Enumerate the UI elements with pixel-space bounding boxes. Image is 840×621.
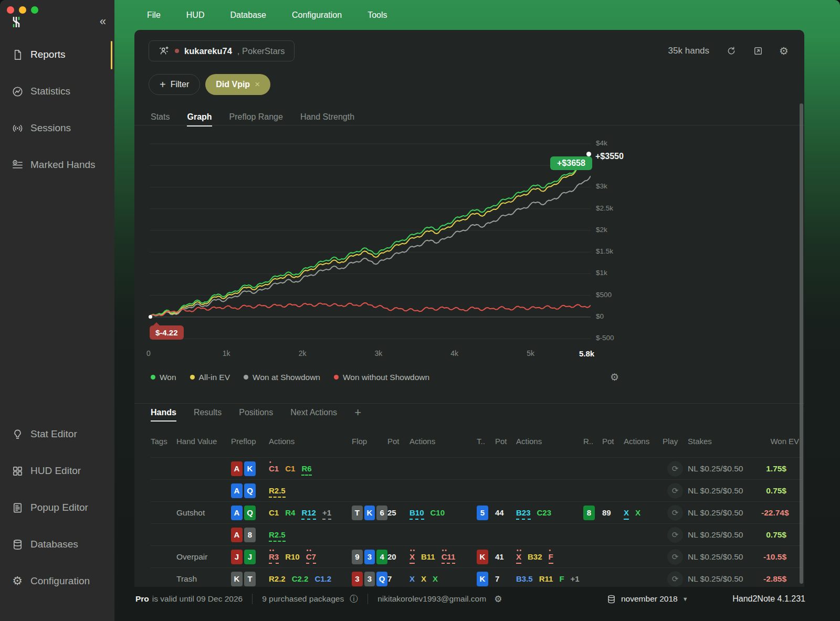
column-header-actions[interactable]: Actions <box>516 437 583 446</box>
tab-preflop-range[interactable]: Preflop Range <box>229 109 283 125</box>
card-Ad: A <box>231 506 243 520</box>
table-row[interactable]: AK•C1C1R6⟳NL $0.25/$0.501.75$ <box>151 457 802 479</box>
sidebar-item-popup-editor[interactable]: Popup Editor <box>0 489 114 526</box>
content-panel: kukareku74 , PokerStars 35k hands ⚙ <box>134 30 804 587</box>
account-gear-icon[interactable]: ⚙ <box>494 594 502 605</box>
zoom-window-button[interactable] <box>31 6 38 14</box>
action-r11: R11 <box>539 574 553 583</box>
column-header-actions[interactable]: Actions <box>624 437 663 446</box>
add-filter-label: Filter <box>171 80 190 89</box>
minimize-window-button[interactable] <box>19 6 26 14</box>
table-row[interactable]: GutshotAQC1R4R12+1TK625B10C10544B23C2388… <box>151 501 802 523</box>
card-6s: 6 <box>376 506 387 520</box>
table-rows: AK•C1C1R6⟳NL $0.25/$0.501.75$AQR2.5⟳NL $… <box>151 457 802 587</box>
tab-stats[interactable]: Stats <box>151 109 170 125</box>
cell-turn-pot: 7 <box>495 574 516 583</box>
column-header-pot[interactable]: Pot <box>602 437 624 446</box>
cell-stakes: NL $0.25/$0.50 <box>688 508 761 518</box>
sidebar-item-marked-hands[interactable]: Marked Hands <box>0 146 114 183</box>
sidebar-item-hud-editor[interactable]: HUD Editor <box>0 452 114 489</box>
replay-hand-button[interactable]: ⟳ <box>667 483 683 499</box>
filter-chip-did-vpip[interactable]: Did Vpip × <box>205 74 270 95</box>
chart-plot[interactable] <box>150 134 591 344</box>
legend-dot <box>334 375 339 380</box>
action-marker-dots: • <box>549 548 552 553</box>
column-header-pot[interactable]: Pot <box>387 437 410 446</box>
cell-play: ⟳ <box>663 549 688 565</box>
sidebar-item-reports[interactable]: Reports <box>0 36 114 73</box>
sidebar-item-configuration[interactable]: ⚙Configuration <box>0 563 114 599</box>
tab-graph[interactable]: Graph <box>187 109 212 125</box>
sidebar-item-sessions[interactable]: Sessions <box>0 110 114 146</box>
column-header-stakes[interactable]: Stakes <box>688 437 761 446</box>
legend-item-all-in-ev[interactable]: All-in EV <box>190 373 230 382</box>
refresh-icon[interactable] <box>726 45 737 57</box>
table-tab-positions[interactable]: Positions <box>239 404 273 422</box>
vertical-scrollbar[interactable] <box>800 103 803 584</box>
add-tab-icon[interactable]: + <box>354 406 361 419</box>
license-status: Pro is valid until 09 Dec 2026 <box>135 594 243 604</box>
player-selector[interactable]: kukareku74 , PokerStars <box>149 40 295 61</box>
close-window-button[interactable] <box>7 6 14 14</box>
card-Ts: T <box>244 572 256 586</box>
legend-item-won-without-showdown[interactable]: Won without Showdown <box>334 373 429 382</box>
column-header-r[interactable]: R.. <box>583 437 602 446</box>
database-period-selector[interactable]: november 2018 ▼ <box>606 594 688 604</box>
column-header-flop[interactable]: Flop <box>352 437 387 446</box>
table-tab-hands[interactable]: Hands <box>151 404 176 422</box>
database-icon <box>606 594 616 604</box>
y-axis-tick: $4k <box>596 139 607 147</box>
menu-item-configuration[interactable]: Configuration <box>292 10 342 20</box>
sidebar-bottom-items: Stat EditorHUD EditorPopup EditorDatabas… <box>0 416 114 599</box>
window-controls <box>7 6 38 14</box>
y-axis-labels: $4k$3k$2.5k$2k$1.5k$1k$500$0$-500 <box>596 134 638 344</box>
winnings-chart[interactable]: $4k$3k$2.5k$2k$1.5k$1k$500$0$-500 01k2k3… <box>150 134 680 365</box>
sidebar-item-databases[interactable]: Databases <box>0 526 114 563</box>
replay-hand-button[interactable]: ⟳ <box>667 549 683 565</box>
add-filter-button[interactable]: + Filter <box>149 74 200 95</box>
action-b23: B23 <box>516 508 531 520</box>
info-icon[interactable]: ⓘ <box>350 594 358 605</box>
table-row[interactable]: AQR2.5⟳NL $0.25/$0.500.75$ <box>151 479 802 501</box>
legend-item-won-at-showdown[interactable]: Won at Showdown <box>244 373 320 382</box>
close-icon[interactable]: × <box>255 79 260 90</box>
hud-editor-icon <box>11 465 24 477</box>
card-Jh: J <box>231 550 243 564</box>
hands-count: 35k hands <box>668 46 709 56</box>
legend-item-won[interactable]: Won <box>151 373 176 382</box>
cell-preflop-actions: R2.5 <box>269 530 352 539</box>
sidebar-item-statistics[interactable]: Statistics <box>0 73 114 110</box>
column-header-pot[interactable]: Pot <box>495 437 516 446</box>
table-row[interactable]: TrashKTR2.2C2.2C1.233Q7XXXK7B3.5R11F+1⟳N… <box>151 567 802 587</box>
add-player-icon <box>158 45 170 57</box>
table-tab-results[interactable]: Results <box>194 404 222 422</box>
replay-hand-button[interactable]: ⟳ <box>667 505 683 521</box>
menu-item-hud[interactable]: HUD <box>186 10 205 20</box>
tab-hand-strength[interactable]: Hand Strength <box>300 109 354 125</box>
report-settings-gear-icon[interactable]: ⚙ <box>779 46 789 56</box>
replay-hand-button[interactable]: ⟳ <box>667 461 683 477</box>
column-header-won[interactable]: Won <box>761 437 789 446</box>
open-external-icon[interactable] <box>752 45 764 57</box>
replay-hand-button[interactable]: ⟳ <box>667 527 683 543</box>
column-header-t[interactable]: T.. <box>477 437 495 446</box>
account-email: nikitakorolev1993@gmail.com <box>377 594 486 604</box>
table-row[interactable]: OverpairJJ••R3R10••C793420••XB11••C11K41… <box>151 545 802 567</box>
column-header-hand-value[interactable]: Hand Value <box>176 437 231 446</box>
chart-settings-gear-icon[interactable]: ⚙ <box>610 371 619 383</box>
menu-item-file[interactable]: File <box>147 10 161 20</box>
table-row[interactable]: A8R2.5⟳NL $0.25/$0.500.75$ <box>151 523 802 545</box>
menu-item-database[interactable]: Database <box>230 10 266 20</box>
x-axis-labels: 01k2k3k4k5k5.8k <box>150 349 612 359</box>
column-header-actions[interactable]: Actions <box>410 437 477 446</box>
replay-hand-button[interactable]: ⟳ <box>667 571 683 587</box>
column-header-preflop[interactable]: Preflop <box>231 437 269 446</box>
collapse-sidebar-icon[interactable]: « <box>100 15 106 28</box>
sidebar-item-stat-editor[interactable]: Stat Editor <box>0 416 114 452</box>
column-header-tags[interactable]: Tags <box>151 437 176 446</box>
column-header-play[interactable]: Play <box>663 437 688 446</box>
packages-text: 9 purchased packages <box>262 594 344 604</box>
table-tab-next-actions[interactable]: Next Actions <box>290 404 337 422</box>
column-header-actions[interactable]: Actions <box>269 437 352 446</box>
menu-item-tools[interactable]: Tools <box>368 10 387 20</box>
